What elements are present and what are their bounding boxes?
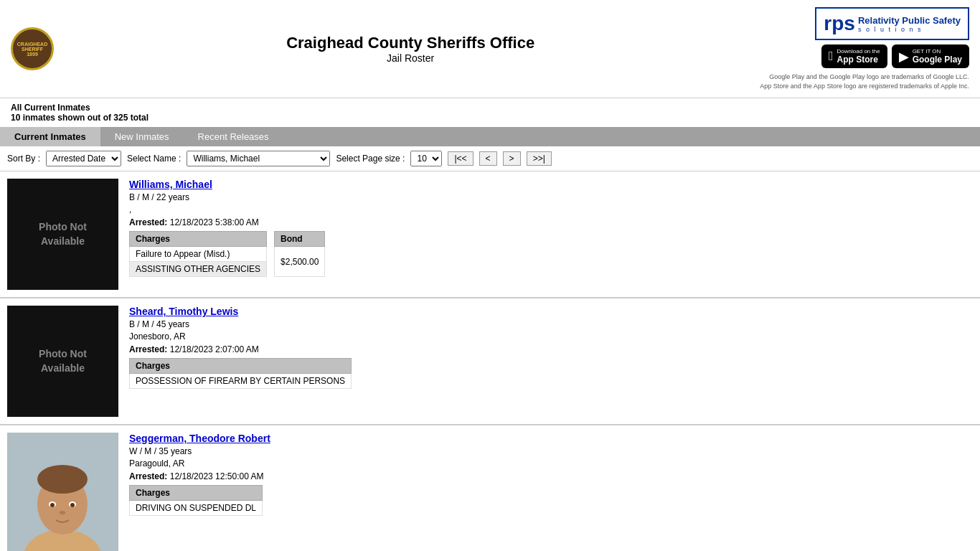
tab-current-inmates[interactable]: Current Inmates xyxy=(0,127,100,146)
bond-amount-williams: $2,500.00 xyxy=(275,247,325,277)
sort-label: Sort By : xyxy=(7,154,40,164)
page-size-select[interactable]: 102550 xyxy=(410,151,442,166)
rps-tagline: Relativity Public Safety s o l u t i o n… xyxy=(858,15,961,33)
charges-table-seggerman: Charges DRIVING ON SUSPENDED DL xyxy=(129,485,263,516)
sort-select[interactable]: Arrested DateName xyxy=(46,151,121,166)
charges-bond-seggerman: Charges DRIVING ON SUSPENDED DL xyxy=(129,485,973,516)
charge-item: POSSESSION OF FIREARM BY CERTAIN PERSONS xyxy=(130,374,352,389)
inmate-address-williams: , xyxy=(129,204,973,215)
inmate-address-seggerman: Paragould, AR xyxy=(129,458,973,468)
inmate-name-sheard[interactable]: Sheard, Timothy Lewis xyxy=(129,306,973,317)
apple-icon:  xyxy=(829,49,834,64)
table-row: Photo NotAvailable Williams, Michael B /… xyxy=(0,171,980,298)
svg-point-5 xyxy=(37,465,88,494)
bond-header-williams: Bond xyxy=(275,232,325,247)
inmate-list: Photo NotAvailable Williams, Michael B /… xyxy=(0,171,980,551)
inmate-name-williams[interactable]: Williams, Michael xyxy=(129,179,973,190)
inmate-name-seggerman[interactable]: Seggerman, Theodore Robert xyxy=(129,433,973,444)
google-play-button[interactable]: ▶ GET IT ON Google Play xyxy=(892,44,969,68)
header-right-area: rps Relativity Public Safety s o l u t i… xyxy=(760,7,969,90)
page-subtitle: Jail Roster xyxy=(61,52,760,64)
bond-table-williams: Bond $2,500.00 xyxy=(274,231,325,277)
sheriff-logo-container: CRAIGHEADSHERIFF1899 xyxy=(11,27,61,70)
name-select[interactable]: Williams, Michael xyxy=(187,151,330,166)
inmate-demographics-williams: B / M / 22 years xyxy=(129,192,973,202)
inmate-address-sheard: Jonesboro, AR xyxy=(129,331,973,342)
select-name-label: Select Name : xyxy=(127,154,181,164)
controls-bar: Sort By : Arrested DateName Select Name … xyxy=(0,146,980,171)
nav-first-button[interactable]: |<< xyxy=(448,151,473,166)
charges-header-sheard: Charges xyxy=(130,359,352,374)
app-store-button[interactable]:  Download on the App Store xyxy=(821,44,887,68)
charges-header-seggerman: Charges xyxy=(130,486,263,501)
inmates-count: 10 inmates shown out of 325 total xyxy=(11,113,969,123)
table-row: Failure to Appear (Misd.) xyxy=(130,247,267,262)
inmate-details-sheard: Sheard, Timothy Lewis B / M / 45 years J… xyxy=(129,306,973,417)
inmates-label: All Current Inmates xyxy=(11,103,969,113)
app-disclaimer: Google Play and the Google Play logo are… xyxy=(760,72,969,90)
nav-next-button[interactable]: > xyxy=(503,151,521,166)
charges-bond-williams: Charges Failure to Appear (Misd.) ASSIST… xyxy=(129,231,973,277)
charges-bond-sheard: Charges POSSESSION OF FIREARM BY CERTAIN… xyxy=(129,358,973,389)
rps-logo-text: rps xyxy=(824,12,855,35)
table-row: POSSESSION OF FIREARM BY CERTAIN PERSONS xyxy=(130,374,352,389)
charge-item: Failure to Appear (Misd.) xyxy=(130,247,267,262)
inmate-details-williams: Williams, Michael B / M / 22 years , Arr… xyxy=(129,179,973,290)
charges-table-sheard: Charges POSSESSION OF FIREARM BY CERTAIN… xyxy=(129,358,352,389)
page-title: Craighead County Sheriffs Office xyxy=(61,34,760,52)
rps-logo: rps Relativity Public Safety s o l u t i… xyxy=(815,7,969,40)
table-row: ASSISTING OTHER AGENCIES xyxy=(130,262,267,277)
inmate-photo-seggerman xyxy=(7,433,118,551)
svg-point-11 xyxy=(47,514,78,531)
svg-point-9 xyxy=(70,503,75,507)
table-row: $2,500.00 xyxy=(275,247,325,277)
google-play-icon: ▶ xyxy=(899,49,909,65)
inmate-photo-sheard: Photo NotAvailable xyxy=(7,306,118,417)
tab-new-inmates[interactable]: New Inmates xyxy=(100,127,184,146)
charges-header-williams: Charges xyxy=(130,232,267,247)
inmate-demographics-sheard: B / M / 45 years xyxy=(129,319,973,329)
navigation-tabs: Current Inmates New Inmates Recent Relea… xyxy=(0,127,980,146)
header-title-area: Craighead County Sheriffs Office Jail Ro… xyxy=(61,34,760,64)
inmate-photo-williams: Photo NotAvailable xyxy=(7,179,118,290)
sheriff-logo: CRAIGHEADSHERIFF1899 xyxy=(11,27,54,70)
page-size-label: Select Page size : xyxy=(336,154,405,164)
inmate-arrested-seggerman: Arrested: 12/18/2023 12:50:00 AM xyxy=(129,471,973,481)
inmate-arrested-williams: Arrested: 12/18/2023 5:38:00 AM xyxy=(129,217,973,227)
charge-item: DRIVING ON SUSPENDED DL xyxy=(130,501,263,516)
tab-recent-releases[interactable]: Recent Releases xyxy=(184,127,283,146)
page-header: CRAIGHEADSHERIFF1899 Craighead County Sh… xyxy=(0,0,980,98)
seggerman-photo-svg xyxy=(7,433,118,551)
nav-last-button[interactable]: >>| xyxy=(527,151,552,166)
nav-prev-button[interactable]: < xyxy=(479,151,497,166)
table-row: Seggerman, Theodore Robert W / M / 35 ye… xyxy=(0,425,980,551)
charge-item: ASSISTING OTHER AGENCIES xyxy=(130,262,267,277)
charges-table-williams: Charges Failure to Appear (Misd.) ASSIST… xyxy=(129,231,267,277)
app-store-buttons:  Download on the App Store ▶ GET IT ON … xyxy=(821,44,969,68)
inmate-arrested-sheard: Arrested: 12/18/2023 2:07:00 AM xyxy=(129,344,973,354)
table-row: DRIVING ON SUSPENDED DL xyxy=(130,501,263,516)
svg-point-8 xyxy=(50,503,55,507)
inmate-details-seggerman: Seggerman, Theodore Robert W / M / 35 ye… xyxy=(129,433,973,551)
info-bar: All Current Inmates 10 inmates shown out… xyxy=(0,98,980,127)
inmate-demographics-seggerman: W / M / 35 years xyxy=(129,446,973,456)
table-row: Photo NotAvailable Sheard, Timothy Lewis… xyxy=(0,298,980,425)
